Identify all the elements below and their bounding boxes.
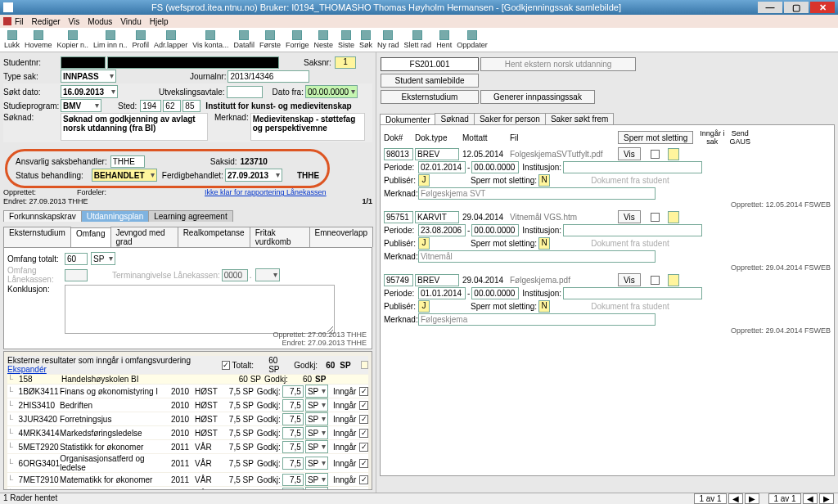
studentname-input[interactable] — [107, 56, 279, 69]
periode-from[interactable] — [418, 224, 466, 236]
totalt-checkbox[interactable] — [222, 361, 230, 370]
sted-a[interactable] — [140, 100, 161, 112]
datofra-select[interactable]: 00.00.0000 — [305, 85, 358, 98]
unit-select[interactable]: SP — [305, 385, 328, 398]
toolbar-oppdater[interactable]: Oppdater — [457, 30, 488, 49]
fs201-button[interactable]: FS201.001 — [381, 57, 479, 71]
publiser-box[interactable]: J — [418, 237, 430, 250]
dok-id[interactable] — [384, 211, 413, 223]
gaus-box[interactable] — [668, 274, 679, 286]
tab-utdanningsplan[interactable]: Utdanningsplan — [81, 210, 150, 222]
sted-c[interactable] — [182, 100, 200, 112]
periode-from[interactable] — [418, 287, 466, 299]
unit-select[interactable]: SP — [305, 457, 328, 470]
unit-select[interactable]: SP — [305, 412, 328, 425]
type-select[interactable]: INNPASS — [61, 70, 116, 83]
unit-select[interactable]: SP — [305, 398, 328, 412]
toolbar-første[interactable]: Første — [259, 30, 281, 49]
vis-button[interactable]: Vis — [618, 210, 641, 223]
vis-button[interactable]: Vis — [618, 273, 641, 286]
inngar-checkbox[interactable] — [359, 459, 368, 468]
toolbar-ny rad[interactable]: Ny rad — [377, 30, 399, 49]
toolbar-vis konta...[interactable]: Vis konta... — [192, 30, 228, 49]
note-icon[interactable] — [361, 361, 368, 369]
doc-merknad-input[interactable] — [418, 313, 656, 326]
toolbar-siste[interactable]: Siste — [338, 30, 354, 49]
toolbar-søk[interactable]: Søk — [359, 30, 372, 49]
ekstern-button[interactable]: Eksternstudium — [381, 90, 479, 104]
inst-input[interactable] — [563, 287, 702, 299]
vis-button[interactable]: Vis — [618, 147, 641, 160]
dok-id[interactable] — [384, 148, 413, 160]
inngar-checkbox[interactable] — [359, 489, 368, 491]
periode-from[interactable] — [418, 161, 466, 173]
toolbar-neste[interactable]: Neste — [314, 30, 334, 49]
dok-type[interactable] — [415, 211, 459, 223]
toolbar-adr.lapper[interactable]: Adr.lapper — [154, 30, 187, 49]
godkj-input[interactable] — [282, 474, 304, 486]
unit-select[interactable]: SP — [305, 426, 328, 439]
toolbar-hent[interactable]: Hent — [436, 30, 452, 49]
tab-omfang[interactable]: Omfang — [70, 227, 111, 248]
inngar-checkbox[interactable] — [359, 387, 368, 396]
sp-select[interactable]: BMV — [61, 99, 101, 112]
doc-merknad-input[interactable] — [418, 250, 656, 263]
inngar-checkbox[interactable] — [359, 429, 368, 438]
toolbar-hoveme[interactable]: Hoveme — [25, 30, 52, 49]
godkj-input[interactable] — [282, 385, 304, 398]
publiser-box[interactable]: J — [418, 300, 430, 313]
doc-merknad-input[interactable] — [418, 187, 656, 200]
toolbar-forrige[interactable]: Forrige — [286, 30, 309, 49]
stat-select[interactable]: BEHANDLET — [92, 169, 157, 182]
godkj-input[interactable] — [282, 399, 304, 412]
minimize-button[interactable]: — — [758, 2, 782, 13]
toolbar-lukk[interactable]: Lukk — [4, 30, 20, 49]
journal-input[interactable] — [228, 70, 309, 83]
sperr-box[interactable]: N — [538, 300, 550, 313]
ekspander-link[interactable]: Ekspandér — [7, 365, 47, 374]
maximize-button[interactable]: ▢ — [784, 2, 809, 13]
hent-ekstern-button[interactable]: Hent ekstern norsk utdanning — [480, 57, 636, 71]
utv-input[interactable] — [227, 86, 263, 98]
inngaar-checkbox[interactable] — [651, 213, 660, 222]
tab-person[interactable]: Saker for person — [474, 113, 546, 124]
studentnr-input[interactable] — [61, 56, 106, 69]
tab-soknad[interactable]: Søknad — [435, 113, 474, 124]
inngaar-checkbox[interactable] — [651, 276, 660, 285]
dok-type[interactable] — [415, 274, 459, 286]
dok-id[interactable] — [384, 274, 413, 286]
godkj-input[interactable] — [282, 413, 304, 425]
unit-select[interactable]: SP — [305, 487, 328, 490]
toolbar-datafil[interactable]: Datafil — [234, 30, 255, 49]
sperr-box[interactable]: N — [538, 237, 550, 250]
generer-button[interactable]: Generer innpassingssak — [480, 90, 595, 104]
periode-to[interactable] — [471, 224, 519, 236]
godkj-input[interactable] — [282, 427, 304, 439]
sperr-button[interactable]: Sperr mot sletting — [618, 131, 693, 144]
sted-b[interactable] — [163, 100, 181, 112]
inst-input[interactable] — [563, 161, 702, 173]
inngar-checkbox[interactable] — [359, 401, 368, 410]
tab-ekstern[interactable]: Eksternstudium — [3, 227, 71, 247]
ferdig-select[interactable]: 27.09.2013 — [225, 169, 282, 182]
inngaar-checkbox[interactable] — [651, 150, 660, 159]
inngar-checkbox[interactable] — [359, 475, 368, 484]
tab-learning[interactable]: Learning agreement — [148, 210, 233, 222]
tab-jevngod[interactable]: Jevngod med grad — [110, 227, 178, 247]
tab-real[interactable]: Realkompetanse — [178, 227, 250, 247]
unit-select[interactable]: SP — [91, 252, 115, 265]
unit-select[interactable]: SP — [305, 440, 328, 453]
close-button[interactable]: ✕ — [810, 2, 835, 13]
tab-frem[interactable]: Saker søkt frem — [545, 113, 615, 124]
godkj-input[interactable] — [282, 488, 304, 491]
ikke-link[interactable]: Ikke klar for rapportering Lånekassen — [205, 188, 327, 196]
tab-forkunnskap[interactable]: Forkunnskapskrav — [3, 210, 82, 222]
konklusjon-input[interactable] — [65, 285, 335, 334]
dok-type[interactable] — [415, 148, 459, 160]
tab-dokumenter[interactable]: Dokumenter — [380, 114, 435, 125]
sokt-select[interactable]: 16.09.2013 — [61, 85, 118, 98]
menu-item[interactable]: Rediger — [32, 17, 61, 26]
godkj-input[interactable] — [282, 441, 304, 453]
gaus-box[interactable] — [668, 148, 679, 160]
toolbar-profil[interactable]: Profil — [133, 30, 150, 49]
